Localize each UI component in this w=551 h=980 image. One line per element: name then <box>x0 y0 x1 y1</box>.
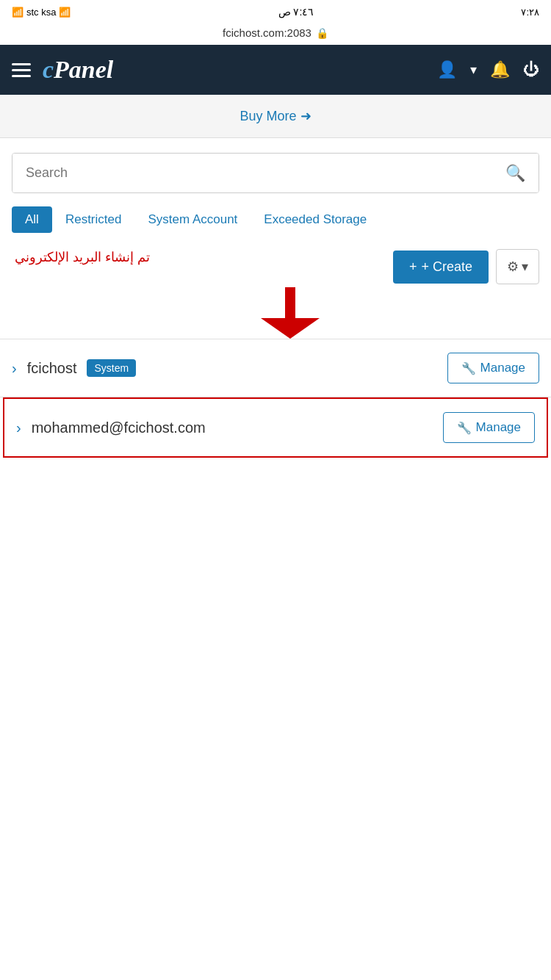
manage-button-fcichost[interactable]: 🔧 Manage <box>447 353 539 383</box>
url-bar: fcichost.com:2083 🔒 <box>0 24 551 45</box>
chevron-right-icon[interactable]: › <box>12 360 17 377</box>
email-address: mohammed@fcichost.com <box>32 419 206 436</box>
cpanel-header: cPanel 👤 ▾ 🔔 ⏻ <box>0 45 551 95</box>
chevron-right-icon-2[interactable]: › <box>16 419 21 436</box>
menu-button[interactable] <box>12 63 31 77</box>
svg-rect-0 <box>285 287 295 318</box>
settings-button[interactable]: ⚙ ▾ <box>496 249 539 284</box>
tab-all[interactable]: All <box>12 206 52 233</box>
header-left: cPanel <box>12 56 113 84</box>
create-button[interactable]: + + Create <box>393 251 489 284</box>
signal-bars-icon: 📶 <box>12 7 24 18</box>
email-list: › fcichost System 🔧 Manage › mohammed@fc… <box>0 339 551 458</box>
buy-more-link[interactable]: Buy More ➜ <box>240 109 311 123</box>
lock-icon: 🔒 <box>316 27 328 39</box>
wrench-icon-2: 🔧 <box>457 421 472 435</box>
network-indicator: 📶 stc ksa 📶 <box>12 7 71 18</box>
tab-restricted[interactable]: Restricted <box>52 206 135 233</box>
arrow-annotation <box>0 295 551 339</box>
red-arrow-svg <box>261 287 320 339</box>
search-button[interactable]: 🔍 <box>492 154 539 192</box>
manage-button-mohammed[interactable]: 🔧 Manage <box>443 412 535 443</box>
filter-tabs: All Restricted System Account Exceeded S… <box>0 201 551 242</box>
notification-bell-icon[interactable]: 🔔 <box>490 60 510 79</box>
chevron-down-icon: ▾ <box>522 259 528 275</box>
wifi-icon: 📶 <box>59 7 71 18</box>
plus-icon: + <box>409 259 417 275</box>
email-item-left: › fcichost System <box>12 359 136 377</box>
cpanel-logo: cPanel <box>43 56 113 84</box>
buy-more-banner[interactable]: Buy More ➜ <box>0 95 551 138</box>
system-badge: System <box>87 359 136 377</box>
tab-system-account[interactable]: System Account <box>134 206 251 233</box>
header-right: 👤 ▾ 🔔 ⏻ <box>437 60 539 79</box>
time-display: ٧:٤٦ ص <box>278 6 314 18</box>
tab-exceeded-storage[interactable]: Exceeded Storage <box>251 206 380 233</box>
search-input[interactable] <box>12 154 492 192</box>
search-box: 🔍 <box>12 153 539 193</box>
logout-icon[interactable]: ⏻ <box>523 60 539 79</box>
annotation-text: تم إنشاء البريد الإلكتروني <box>15 249 150 265</box>
gear-icon: ⚙ <box>507 259 519 275</box>
email-item-mohammed: › mohammed@fcichost.com 🔧 Manage <box>3 397 548 458</box>
svg-marker-1 <box>261 318 320 339</box>
status-bar: ٧:٢٨ ٧:٤٦ ص 📶 stc ksa 📶 <box>0 0 551 24</box>
search-container: 🔍 <box>0 138 551 201</box>
url-text: fcichost.com:2083 <box>223 26 311 39</box>
email-item-fcichost: › fcichost System 🔧 Manage <box>0 339 551 397</box>
dropdown-icon[interactable]: ▾ <box>470 62 477 78</box>
user-icon[interactable]: 👤 <box>437 60 457 79</box>
wrench-icon: 🔧 <box>461 361 476 375</box>
email-name: fcichost <box>27 360 77 377</box>
battery-indicator: ٧:٢٨ <box>521 7 539 18</box>
email-item-left-2: › mohammed@fcichost.com <box>16 419 206 436</box>
